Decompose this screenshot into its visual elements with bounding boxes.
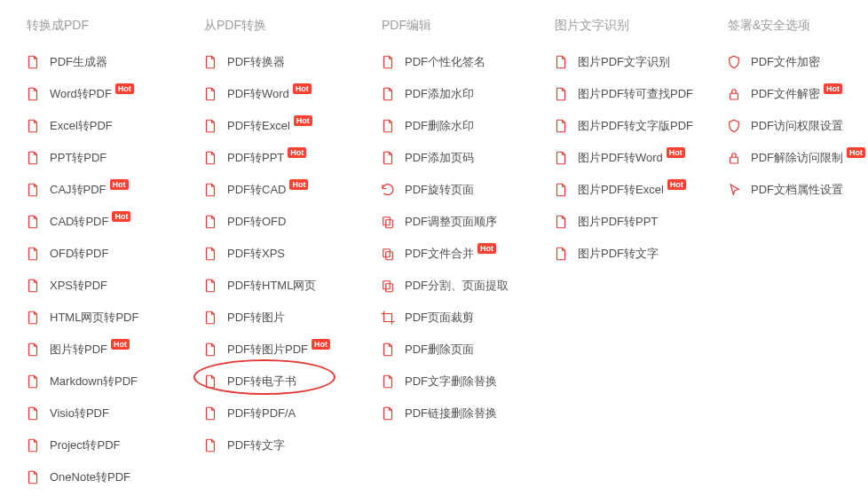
- menu-item[interactable]: PDF文件加密: [726, 46, 868, 78]
- file-icon: [380, 118, 396, 134]
- file-icon: [553, 118, 569, 134]
- menu-item-label: PDF文件解密: [751, 86, 820, 102]
- menu-item[interactable]: PDF链接删除替换: [380, 398, 535, 429]
- menu-item[interactable]: Excel转PDF: [25, 110, 185, 142]
- menu-item[interactable]: 图片PDF转WordHot: [553, 142, 708, 174]
- column-header: 图片文字识别: [553, 18, 708, 34]
- file-icon: [25, 310, 41, 326]
- menu-item[interactable]: PDF转HTML网页: [202, 270, 362, 302]
- menu-item-label: PDF转Word: [227, 86, 289, 102]
- menu-item[interactable]: PDF转WordHot: [202, 78, 362, 110]
- file-icon: [202, 278, 218, 294]
- menu-item[interactable]: PDF转CADHot: [202, 174, 362, 206]
- menu-item[interactable]: OneNote转PDF: [25, 461, 185, 493]
- menu-item-label: PDF旋转页面: [405, 182, 474, 198]
- file-icon: [380, 54, 396, 70]
- menu-item[interactable]: OFD转PDF: [25, 238, 185, 270]
- file-icon: [25, 374, 41, 390]
- menu-item[interactable]: 图片PDF转文字版PDF: [553, 110, 708, 142]
- menu-item[interactable]: PDF旋转页面: [380, 174, 535, 206]
- menu-item-label: XPS转PDF: [50, 278, 107, 294]
- menu-item[interactable]: PDF转PDF/A: [202, 398, 362, 429]
- menu-item[interactable]: PDF个性化签名: [380, 46, 535, 78]
- menu-item[interactable]: 图片PDF转文字: [553, 238, 708, 270]
- menu-item[interactable]: PDF访问权限设置: [726, 110, 868, 142]
- file-icon: [380, 182, 396, 198]
- file-icon: [380, 310, 396, 326]
- menu-item[interactable]: 图片PDF转PPT: [553, 206, 708, 238]
- menu-item[interactable]: CAJ转PDFHot: [25, 174, 185, 206]
- file-icon: [380, 405, 396, 421]
- file-icon: [25, 86, 41, 102]
- menu-item[interactable]: PDF文件解密Hot: [726, 78, 868, 110]
- column-0: 转换成PDFPDF生成器Word转PDFHotExcel转PDFPPT转PDFC…: [25, 18, 185, 493]
- file-icon: [553, 246, 569, 262]
- file-icon: [202, 118, 218, 134]
- menu-item[interactable]: HTML网页转PDF: [25, 302, 185, 334]
- menu-item[interactable]: 图片PDF文字识别: [553, 46, 708, 78]
- file-icon: [553, 54, 569, 70]
- menu-item[interactable]: PDF转换器: [202, 46, 362, 78]
- menu-item[interactable]: XPS转PDF: [25, 270, 185, 302]
- file-icon: [553, 86, 569, 102]
- file-icon: [202, 437, 218, 453]
- menu-item[interactable]: Markdown转PDF: [25, 366, 185, 398]
- menu-item[interactable]: PDF删除页面: [380, 334, 535, 366]
- menu-item[interactable]: Word转PDFHot: [25, 78, 185, 110]
- menu-item-label: PDF添加水印: [405, 86, 474, 102]
- file-icon: [25, 469, 41, 485]
- menu-item[interactable]: PDF添加水印: [380, 78, 535, 110]
- menu-item-label: PDF转Excel: [227, 118, 290, 134]
- file-icon: [380, 278, 396, 294]
- file-icon: [202, 150, 218, 166]
- file-icon: [25, 437, 41, 453]
- menu-item[interactable]: PDF生成器: [25, 46, 185, 78]
- menu-item-label: PDF转图片: [227, 310, 285, 326]
- menu-item[interactable]: PDF调整页面顺序: [380, 206, 535, 238]
- menu-item[interactable]: PDF转PPTHot: [202, 142, 362, 174]
- menu-item-label: 图片PDF文字识别: [578, 54, 670, 70]
- file-icon: [380, 86, 396, 102]
- hot-badge: Hot: [111, 339, 130, 350]
- menu-item[interactable]: PDF删除水印: [380, 110, 535, 142]
- svg-rect-6: [730, 93, 738, 99]
- file-icon: [726, 150, 742, 166]
- menu-item-label: PDF文件加密: [751, 54, 820, 70]
- hot-badge: Hot: [110, 179, 129, 190]
- file-icon: [25, 246, 41, 262]
- menu-item[interactable]: PDF文字删除替换: [380, 366, 535, 398]
- menu-item[interactable]: PDF转OFD: [202, 206, 362, 238]
- menu-item[interactable]: 图片PDF转ExcelHot: [553, 174, 708, 206]
- menu-item[interactable]: Visio转PDF: [25, 398, 185, 429]
- menu-item[interactable]: PDF添加页码: [380, 142, 535, 174]
- menu-item[interactable]: PDF转文字: [202, 429, 362, 461]
- menu-item-label: PDF生成器: [50, 54, 107, 70]
- file-icon: [25, 278, 41, 294]
- menu-item[interactable]: PDF文档属性设置: [726, 174, 868, 206]
- file-icon: [380, 342, 396, 358]
- menu-item[interactable]: 图片转PDFHot: [25, 334, 185, 366]
- menu-item[interactable]: 图片PDF转可查找PDF: [553, 78, 708, 110]
- menu-item[interactable]: PDF分割、页面提取: [380, 270, 535, 302]
- menu-item[interactable]: PDF转图片: [202, 302, 362, 334]
- menu-item[interactable]: PDF转XPS: [202, 238, 362, 270]
- menu-item[interactable]: PDF文件合并Hot: [380, 238, 535, 270]
- menu-item-label: Excel转PDF: [50, 118, 113, 134]
- menu-item[interactable]: PDF转图片PDFHot: [202, 334, 362, 366]
- menu-item-label: PDF个性化签名: [405, 54, 485, 70]
- menu-item-label: 图片PDF转文字版PDF: [578, 118, 693, 134]
- file-icon: [380, 214, 396, 230]
- menu-item[interactable]: Project转PDF: [25, 429, 185, 461]
- menu-item[interactable]: PDF解除访问限制Hot: [726, 142, 868, 174]
- menu-item[interactable]: PDF转ExcelHot: [202, 110, 362, 142]
- menu-item-label: CAD转PDF: [50, 214, 108, 230]
- menu-item[interactable]: PDF页面裁剪: [380, 302, 535, 334]
- menu-item[interactable]: PDF转电子书: [202, 366, 362, 398]
- hot-badge: Hot: [667, 179, 686, 190]
- menu-item-label: PDF转换器: [227, 54, 285, 70]
- svg-rect-1: [386, 220, 393, 228]
- menu-item[interactable]: PPT转PDF: [25, 142, 185, 174]
- menu-item-label: CAJ转PDF: [50, 182, 107, 198]
- menu-item[interactable]: CAD转PDFHot: [25, 206, 185, 238]
- menu-item-label: Markdown转PDF: [50, 374, 138, 390]
